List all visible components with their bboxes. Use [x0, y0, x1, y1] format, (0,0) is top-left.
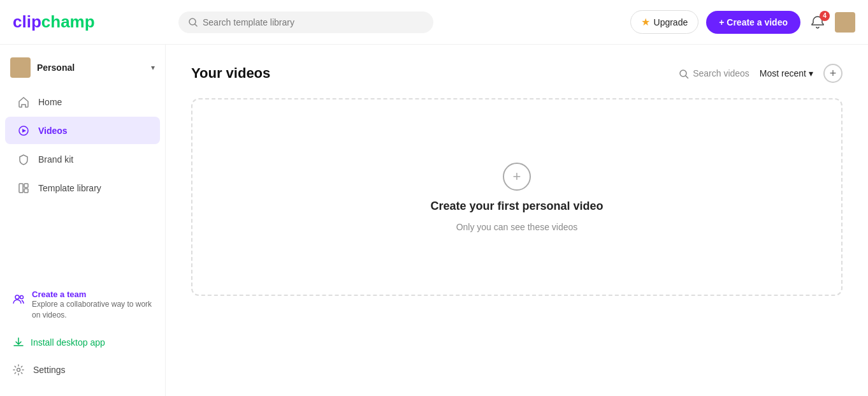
main-header: Your videos Search videos Most recent ▾: [191, 64, 843, 83]
svg-point-9: [17, 369, 20, 372]
sidebar-item-brand-kit-label: Brand kit: [38, 154, 73, 165]
svg-rect-4: [19, 184, 23, 193]
create-team-title: Create a team: [32, 290, 152, 299]
empty-state-subtitle: Only you can see these videos: [456, 222, 578, 232]
video-search[interactable]: Search videos: [679, 68, 749, 79]
install-desktop-app-label: Install desktop app: [31, 337, 105, 348]
empty-state: + Create your first personal video Only …: [430, 163, 603, 232]
install-desktop-app[interactable]: Install desktop app: [5, 328, 160, 356]
account-switcher[interactable]: Personal ▾: [0, 51, 165, 84]
sort-dropdown[interactable]: Most recent ▾: [760, 68, 813, 78]
template-search-input[interactable]: [203, 17, 423, 27]
svg-point-7: [15, 295, 19, 299]
shield-icon: [18, 152, 29, 166]
page-title: Your videos: [191, 65, 270, 82]
svg-rect-6: [24, 189, 28, 193]
upgrade-label: Upgrade: [654, 17, 688, 27]
sidebar-bottom: Create a team Explore a collaborative wa…: [0, 275, 165, 390]
header-right: ★ Upgrade + Create a video 4: [630, 10, 855, 34]
sidebar-item-template-library-label: Template library: [38, 183, 101, 193]
avatar: [835, 12, 855, 33]
svg-line-1: [195, 24, 197, 26]
video-search-icon: [679, 68, 689, 79]
settings-label: Settings: [33, 365, 66, 375]
sort-label: Most recent: [760, 68, 806, 78]
add-video-button[interactable]: +: [823, 64, 843, 83]
create-video-label: + Create a video: [719, 17, 788, 27]
header: clipchamp ★ Upgrade + Create a video: [0, 0, 868, 45]
gear-icon: [13, 363, 24, 376]
sidebar-item-home[interactable]: Home: [5, 88, 160, 115]
sidebar-item-brand-kit[interactable]: Brand kit: [5, 145, 160, 173]
play-icon: [18, 124, 29, 137]
main-content: Your videos Search videos Most recent ▾: [166, 45, 868, 396]
notification-badge: 4: [820, 11, 830, 21]
people-icon: [13, 291, 25, 305]
svg-line-11: [686, 76, 688, 78]
svg-point-8: [20, 296, 24, 299]
search-icon: [189, 17, 198, 28]
logo-champ: champ: [41, 12, 95, 31]
sidebar-nav: Home Videos Brand kit: [0, 87, 165, 275]
sort-chevron-icon: ▾: [809, 68, 813, 78]
template-icon: [18, 181, 29, 194]
template-search-bar[interactable]: [178, 11, 433, 33]
star-icon: ★: [641, 16, 650, 28]
sidebar-item-settings[interactable]: Settings: [5, 356, 160, 383]
logo: clipchamp: [13, 12, 178, 32]
chevron-down-icon: ▾: [151, 63, 155, 72]
sidebar-item-template-library[interactable]: Template library: [5, 174, 160, 202]
sidebar-item-videos-label: Videos: [38, 126, 68, 136]
home-icon: [18, 95, 29, 108]
upgrade-button[interactable]: ★ Upgrade: [630, 10, 699, 34]
svg-marker-3: [22, 129, 26, 133]
create-team-subtitle: Explore a collaborative way to work on v…: [32, 299, 152, 321]
create-team-section[interactable]: Create a team Explore a collaborative wa…: [5, 282, 160, 328]
header-center: [178, 11, 630, 33]
sidebar-item-videos[interactable]: Videos: [5, 117, 160, 144]
create-video-button[interactable]: + Create a video: [706, 11, 800, 34]
sidebar-item-home-label: Home: [38, 97, 62, 107]
video-empty-card[interactable]: + Create your first personal video Only …: [191, 98, 843, 296]
empty-state-title: Create your first personal video: [430, 200, 603, 213]
add-circle-icon: +: [503, 163, 531, 191]
sidebar: Personal ▾ Home: [0, 45, 166, 396]
video-search-label: Search videos: [693, 68, 749, 78]
notification-button[interactable]: 4: [808, 12, 827, 33]
account-name: Personal: [37, 62, 145, 73]
main-controls: Search videos Most recent ▾ +: [679, 64, 843, 83]
download-icon: [13, 335, 24, 349]
body: Personal ▾ Home: [0, 45, 868, 396]
logo-clip: clip: [13, 12, 41, 31]
svg-rect-5: [24, 184, 28, 187]
create-team-text: Create a team Explore a collaborative wa…: [32, 290, 152, 321]
account-avatar: [10, 57, 31, 78]
